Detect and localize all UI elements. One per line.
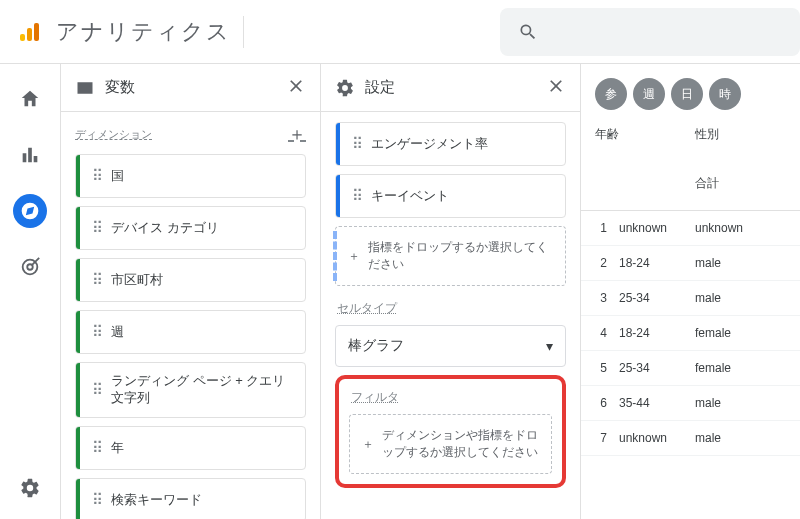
analytics-logo-icon (18, 20, 42, 44)
dimension-chip[interactable]: ⠿週 (75, 310, 306, 354)
drag-handle-icon: ⠿ (92, 167, 103, 185)
dimension-chip[interactable]: ⠿ランディング ページ + クエリ文字列 (75, 362, 306, 418)
svg-rect-0 (20, 34, 25, 41)
drag-handle-icon: ⠿ (352, 135, 363, 153)
plus-icon: ＋ (362, 436, 374, 453)
data-panel: 参週日時 年齢 性別 合計 1unknownunknown218-24male3… (580, 64, 800, 519)
metric-chip[interactable]: ⠿エンゲージメント率 (335, 122, 566, 166)
chevron-down-icon: ▾ (546, 338, 553, 354)
total-label: 合計 (695, 175, 719, 192)
drag-handle-icon: ⠿ (92, 271, 103, 289)
drop-filter-zone[interactable]: ＋ ディメンションや指標をドロップするか選択してください (349, 414, 552, 474)
close-settings-button[interactable] (546, 76, 566, 100)
panel-title: 設定 (365, 78, 395, 97)
gear-icon (335, 78, 355, 98)
table-row[interactable]: 325-34male (581, 281, 800, 316)
close-icon (286, 76, 306, 96)
leftnav (0, 64, 60, 519)
drag-handle-icon: ⠿ (92, 219, 103, 237)
dimension-chip[interactable]: ⠿国 (75, 154, 306, 198)
drag-handle-icon: ⠿ (92, 380, 103, 400)
nav-home[interactable] (13, 82, 47, 116)
table-row[interactable]: 7unknownmale (581, 421, 800, 456)
data-grid: 年齢 性別 合計 1unknownunknown218-24male325-34… (581, 120, 800, 456)
celltype-select[interactable]: 棒グラフ ▾ (335, 325, 566, 367)
dimension-section-header: ディメンション ＋ (75, 122, 306, 146)
metric-chip[interactable]: ⠿キーイベント (335, 174, 566, 218)
divider (243, 16, 244, 48)
panel-title: 変数 (105, 78, 135, 97)
nav-admin[interactable] (13, 471, 47, 505)
nav-reports[interactable] (13, 138, 47, 172)
variables-panel: 変数 ディメンション ＋ ⠿国⠿デバイス カテゴリ⠿市区町村⠿週⠿ランディング … (60, 64, 320, 519)
table-row[interactable]: 525-34female (581, 351, 800, 386)
close-icon (546, 76, 566, 96)
table-row[interactable]: 635-44male (581, 386, 800, 421)
list-box-icon (75, 78, 95, 98)
nav-advertising[interactable] (13, 250, 47, 284)
plus-icon: ＋ (348, 248, 360, 265)
svg-rect-1 (27, 28, 32, 41)
bar-chart-icon (19, 144, 41, 166)
explore-icon (20, 201, 40, 221)
dimension-chip[interactable]: ⠿検索キーワード (75, 478, 306, 519)
segment-pill[interactable]: 参 (595, 78, 627, 110)
close-vars-button[interactable] (286, 76, 306, 100)
segment-pill[interactable]: 日 (671, 78, 703, 110)
drop-metric-zone[interactable]: ＋ 指標をドロップするか選択してください (335, 226, 566, 286)
celltype-label: セルタイプ (337, 300, 564, 317)
filter-highlight: フィルタ ＋ ディメンションや指標をドロップするか選択してください (335, 375, 566, 488)
search-icon (518, 22, 538, 42)
nav-explore[interactable] (13, 194, 47, 228)
table-row[interactable]: 1unknownunknown (581, 211, 800, 246)
segment-pill[interactable]: 時 (709, 78, 741, 110)
add-dimension-button[interactable]: ＋ (288, 122, 306, 146)
drag-handle-icon: ⠿ (92, 323, 103, 341)
gear-icon (19, 477, 41, 499)
drag-handle-icon: ⠿ (92, 439, 103, 457)
home-icon (19, 88, 41, 110)
dimension-chip[interactable]: ⠿市区町村 (75, 258, 306, 302)
dimension-chip[interactable]: ⠿デバイス カテゴリ (75, 206, 306, 250)
drag-handle-icon: ⠿ (352, 187, 363, 205)
svg-rect-2 (34, 23, 39, 41)
search-box[interactable] (500, 8, 800, 56)
col-age: 年齢 (595, 126, 695, 143)
dimension-chip[interactable]: ⠿年 (75, 426, 306, 470)
drag-handle-icon: ⠿ (92, 491, 103, 509)
settings-panel: 設定 ⠿エンゲージメント率⠿キーイベント ＋ 指標をドロップするか選択してくださ… (320, 64, 580, 519)
target-icon (19, 256, 41, 278)
filter-label: フィルタ (351, 389, 550, 406)
table-row[interactable]: 218-24male (581, 246, 800, 281)
app-title: アナリティクス (56, 17, 231, 47)
segment-pills: 参週日時 (581, 64, 800, 120)
table-row[interactable]: 418-24female (581, 316, 800, 351)
topbar: アナリティクス (0, 0, 800, 64)
col-gender: 性別 (695, 126, 719, 143)
segment-pill[interactable]: 週 (633, 78, 665, 110)
